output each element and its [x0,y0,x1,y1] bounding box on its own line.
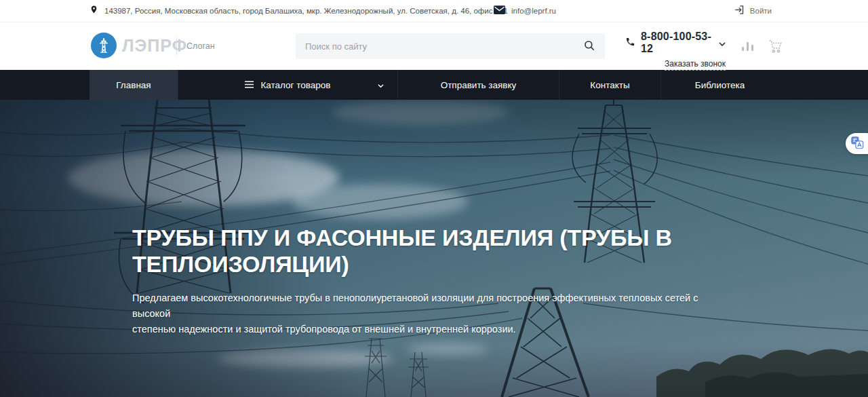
logo-tower-icon [91,33,117,58]
nav-label: Отправить заявку [441,80,517,90]
nav-item-send-request[interactable]: Отправить заявку [397,70,559,100]
translate-icon [850,136,864,152]
hero-banner: ТРУБЫ ППУ И ФАСОННЫЕ ИЗДЕЛИЯ (ТРУБЫ В ТЕ… [0,100,868,397]
location-pin-icon [90,4,98,18]
company-address: 143987, Россия, Московская область, горо… [104,7,508,15]
hero-subtitle-line2: степенью надежности и защитой трубопрово… [132,322,729,337]
phone-block: 8-800-100-53-12 Заказать звонок [625,31,726,71]
header-actions [739,22,784,70]
phone-row[interactable]: 8-800-100-53-12 [625,31,726,55]
email-link[interactable]: info@leprf.ru [511,7,556,15]
site-header: ЛЭПРФ Слоган 8-800-100-53 [0,22,868,70]
nav-item-home[interactable]: Главная [90,70,178,100]
hero-subtitle: Предлагаем высокотехнологичные трубы в п… [132,290,729,337]
address-block: 143987, Россия, Московская область, горо… [90,4,508,18]
hamburger-icon [245,80,254,90]
hero-title-line2: ТЕПЛОИЗОЛЯЦИИ) [132,251,729,278]
top-bar: 143987, Россия, Московская область, горо… [0,0,868,22]
nav-label: Контакты [590,80,629,90]
callback-link[interactable]: Заказать звонок [665,58,726,71]
mail-icon [494,5,505,17]
hero-title-line1: ТРУБЫ ППУ И ФАСОННЫЕ ИЗДЕЛИЯ (ТРУБЫ В [132,225,729,251]
login-block[interactable]: Войти [734,0,772,22]
search-input[interactable] [296,33,605,59]
logo[interactable]: ЛЭПРФ [91,33,187,58]
phone-icon [625,37,635,50]
nav-item-library[interactable]: Библиотека [660,70,778,100]
search-button[interactable] [576,33,602,59]
search-icon [583,39,595,54]
nav-label: Каталог товаров [260,80,330,90]
nav-label: Главная [116,80,151,90]
slogan-block: Слоган [176,22,215,70]
nav-item-catalog[interactable]: Каталог товаров [178,70,397,100]
site-search [296,33,605,59]
hero-subtitle-line1: Предлагаем высокотехнологичные трубы в п… [132,290,729,322]
hero-content: ТРУБЫ ППУ И ФАСОННЫЕ ИЗДЕЛИЯ (ТРУБЫ В ТЕ… [132,225,729,337]
page: 143987, Россия, Московская область, горо… [0,0,868,397]
cart-icon[interactable] [766,37,784,55]
phone-number[interactable]: 8-800-100-53-12 [641,31,713,55]
chevron-down-icon[interactable] [719,37,726,49]
translate-widget[interactable] [846,133,868,154]
login-icon [734,5,745,18]
login-label[interactable]: Войти [750,7,772,15]
chevron-down-icon [378,80,384,90]
email-block[interactable]: info@leprf.ru [494,0,556,22]
hero-title: ТРУБЫ ППУ И ФАСОННЫЕ ИЗДЕЛИЯ (ТРУБЫ В ТЕ… [132,225,729,278]
compare-icon[interactable] [739,37,757,55]
slogan-divider [176,37,177,55]
slogan-text: Слоган [186,41,215,51]
nav-label: Библиотека [695,80,745,90]
main-nav: Главная Каталог товаров Отправить заявку… [0,70,868,100]
nav-item-contacts[interactable]: Контакты [559,70,660,100]
